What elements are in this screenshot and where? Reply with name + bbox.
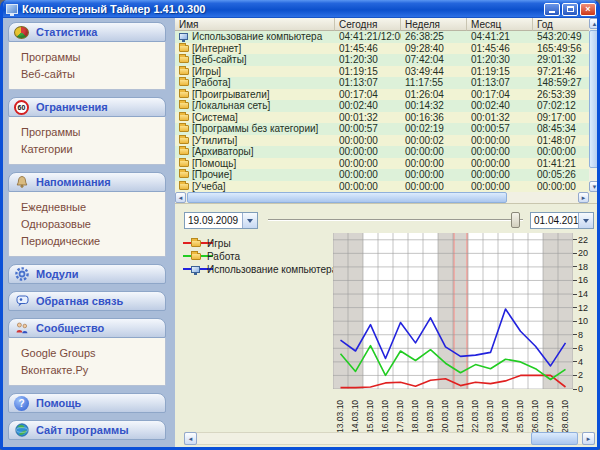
maximize-button[interactable] [562,3,578,16]
row-value-cell: 00:05:26 [533,169,589,180]
table-vscroll-thumb[interactable] [589,30,600,168]
x-tick-label: 20.03.10 [440,391,450,433]
row-value-cell: 00:00:57 [335,123,401,134]
table-row[interactable]: [Работа]01:13:0711:17:5501:13:07148:59:2… [175,77,589,89]
section-reminders-header[interactable]: Напоминания [8,172,166,192]
table-row[interactable]: [Игры]01:19:1503:49:4401:19:1597:21:46 [175,66,589,78]
row-value-cell: 00:00:02 [401,135,467,146]
sidebar: Статистика Программы Веб-сайты 60 Ограни… [3,18,172,447]
arrow-left-icon: ◄ [178,195,184,201]
x-tick-label: 28.03.10 [560,391,570,433]
close-button[interactable]: × [580,3,596,16]
sidebar-item-statistics-websites[interactable]: Веб-сайты [21,66,165,83]
scroll-right-button[interactable]: ► [578,192,589,203]
table-row[interactable]: [Утилиты]00:00:0000:00:0200:00:0001:48:0… [175,135,589,147]
table-row[interactable]: Использование компьютера04:41:21/12:00..… [175,31,589,43]
chart-scroll-left-button[interactable]: ◄ [184,432,197,445]
chart-panel: 19.09.2009 01.04.2010 ИгрыРаботаИспользо… [175,203,600,447]
row-name-cell: [Игры] [175,66,335,77]
section-modules-header[interactable]: Модули [8,264,166,284]
y-tick-label: 6 [573,343,583,353]
chart-scroll-right-button[interactable]: ► [582,432,595,445]
sidebar-item-reminders-periodic[interactable]: Периодические [21,233,165,250]
titlebar[interactable]: Компьютерный Таймер 1.41.0.300 × [0,0,600,18]
x-tick-label: 22.03.10 [470,391,480,433]
folder-icon [179,102,189,109]
section-statistics-header[interactable]: Статистика [8,22,166,42]
row-value-cell: 00:00:00 [335,181,401,192]
y-tick-label: 4 [573,357,583,367]
folder-icon [179,56,189,63]
row-value-cell: 543:20:49 [533,31,589,42]
folder-icon [179,125,189,132]
sidebar-item-reminders-daily[interactable]: Ежедневные [21,199,165,216]
section-feedback-header[interactable]: Обратная связь [8,291,166,311]
table-row[interactable]: [Архиваторы]00:00:0000:00:0000:00:0000:0… [175,146,589,158]
column-header-month[interactable]: Месяц [467,18,533,31]
row-value-cell: 11:17:55 [401,77,467,88]
table-row[interactable]: [Система]00:01:3200:16:3600:01:3209:17:0… [175,112,589,124]
sidebar-item-reminders-onetime[interactable]: Одноразовые [21,216,165,233]
computer-icon [179,33,188,40]
sidebar-item-statistics-programs[interactable]: Программы [21,49,165,66]
column-header-name[interactable]: Имя [175,18,335,31]
minimize-button[interactable] [544,3,560,16]
row-value-cell: 00:00:00 [335,146,401,157]
table-row[interactable]: [Помощь]00:00:0000:00:0000:00:0001:41:21 [175,158,589,170]
sidebar-item-limits-programs[interactable]: Программы [21,124,165,141]
row-name-cell: [Локальная сеть] [175,100,335,111]
section-label: Ограничения [36,101,108,113]
folder-icon [179,148,189,155]
table-row[interactable]: [Программы без категории]00:00:5700:02:1… [175,123,589,135]
alarm-clock-icon [13,174,30,191]
column-header-week[interactable]: Неделя [401,18,467,31]
folder-icon [179,91,189,98]
table-row[interactable]: [Проигрыватели]00:17:0401:26:0400:17:042… [175,89,589,101]
sidebar-item-vkontakte[interactable]: Вконтакте.Ру [21,362,165,379]
chart-hscroll-thumb[interactable] [531,432,578,445]
table-row[interactable]: [Учеба]00:00:0000:00:0000:00:0000:00:00 [175,181,589,193]
scroll-up-button[interactable]: ▲ [589,18,600,29]
scroll-left-button[interactable]: ◄ [175,192,186,203]
section-label: Сайт программы [36,424,129,436]
row-value-cell: 07:02:12 [533,100,589,111]
table-row[interactable]: [Интернет]01:45:4609:28:4001:45:46165:49… [175,43,589,55]
table-row[interactable]: [Веб-сайты]01:20:3007:42:0401:20:3029:01… [175,54,589,66]
section-limits-header[interactable]: 60 Ограничения [8,97,166,117]
sidebar-item-limits-categories[interactable]: Категории [21,141,165,158]
combo-dropdown-button[interactable] [242,213,257,228]
period-slider-track[interactable] [268,219,523,221]
row-value-cell: 148:59:27 [533,77,589,88]
section-website-header[interactable]: Сайт программы [8,420,166,440]
period-slider-handle[interactable] [511,212,520,228]
row-name-cell: Использование компьютера [175,31,335,42]
row-value-cell: 01:45:46 [467,43,533,54]
row-name-cell: [Интернет] [175,43,335,54]
minimize-icon [549,11,555,13]
row-value-cell: 26:53:39 [533,89,589,100]
table-row[interactable]: [Локальная сеть]00:02:4000:14:3200:02:40… [175,100,589,112]
row-value-cell: 00:00:00 [467,181,533,192]
row-value-cell: 00:00:00 [401,158,467,169]
scroll-down-button[interactable]: ▼ [589,181,600,192]
maximize-icon [567,6,574,12]
table-row[interactable]: [Прочие]00:00:0000:00:0000:00:0000:05:26 [175,169,589,181]
table-hscroll-thumb[interactable] [187,192,507,203]
combo-dropdown-button[interactable] [578,213,593,228]
start-date-combobox[interactable]: 19.09.2009 [184,212,258,229]
folder-icon [179,183,189,190]
column-header-year[interactable]: Год [533,18,589,31]
section-label: Сообщество [36,322,104,334]
arrow-down-icon: ▼ [592,184,598,190]
section-community-header[interactable]: Сообщество [8,318,166,338]
stats-table-body: Использование компьютера04:41:21/12:00..… [175,31,589,192]
section-label: Обратная связь [36,295,123,307]
section-modules: Модули [8,264,166,284]
window-title: Компьютерный Таймер 1.41.0.300 [22,3,542,15]
section-help-header[interactable]: ? Помощь [8,393,166,413]
sidebar-item-google-groups[interactable]: Google Groups [21,345,165,362]
column-header-today[interactable]: Сегодня [335,18,401,31]
row-name-cell: [Работа] [175,77,335,88]
line-chart [333,233,573,389]
end-date-combobox[interactable]: 01.04.2010 [530,212,594,229]
